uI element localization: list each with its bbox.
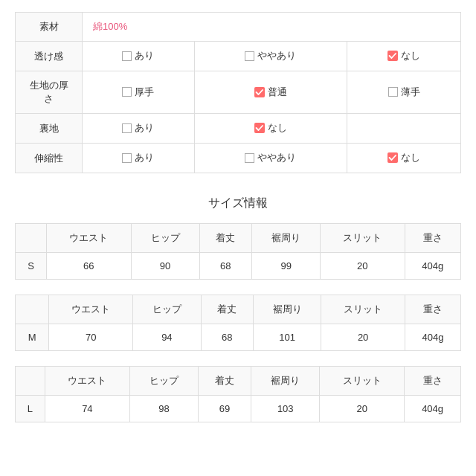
size-header-cell: ウエスト [49, 295, 133, 324]
size-header-cell [16, 367, 45, 396]
property-cell: 普通 [194, 71, 347, 114]
size-label-cell: S [16, 253, 47, 280]
property-label: 裏地 [16, 114, 83, 144]
property-cell: あり [83, 144, 195, 173]
size-value-cell: 90 [131, 253, 199, 280]
checkbox-label: 厚手 [135, 86, 154, 99]
property-cell: あり [83, 114, 195, 144]
size-section: サイズ情報 ウエストヒップ着丈裾周りスリット重さS6690689920404gウ… [15, 196, 461, 422]
property-cell: 厚手 [83, 71, 195, 114]
size-value-cell: 404g [405, 396, 461, 422]
property-cell: ややあり [194, 144, 347, 173]
size-value-cell: 20 [320, 396, 405, 422]
size-header-cell: 重さ [405, 367, 461, 396]
empty-cell [347, 114, 461, 144]
size-value-cell: 74 [45, 396, 129, 422]
size-value-cell: 20 [321, 324, 405, 351]
size-label-cell: M [16, 324, 49, 351]
property-cell: あり [83, 42, 195, 71]
checkbox-label: ややあり [257, 49, 296, 62]
size-table: ウエストヒップ着丈裾周りスリット重さS6690689920404g [15, 223, 461, 280]
properties-table: 素材綿100%透け感ありややあり なし生地の厚さ厚手 普通薄手裏地あり なし伸縮… [15, 12, 461, 173]
checkbox-label: なし [268, 121, 287, 135]
checkbox-label: なし [401, 49, 420, 62]
size-table: ウエストヒップ着丈裾周りスリット重さL74986910320404g [15, 366, 461, 422]
checked-icon [254, 87, 265, 97]
size-header-cell: 裾周り [253, 295, 321, 324]
unchecked-icon [122, 153, 132, 163]
size-header-cell: 裾周り [252, 224, 321, 253]
checkbox-label: あり [135, 121, 154, 135]
property-cell: なし [194, 114, 347, 144]
size-data-row: L74986910320404g [16, 396, 461, 422]
size-value-cell: 68 [201, 324, 253, 351]
size-header-cell: ウエスト [45, 367, 129, 396]
unchecked-icon [122, 51, 132, 61]
checked-icon [387, 51, 398, 61]
property-cell: 薄手 [347, 71, 461, 114]
size-header-row: ウエストヒップ着丈裾周りスリット重さ [16, 224, 461, 253]
unchecked-icon [245, 153, 254, 163]
size-header-cell: スリット [320, 367, 405, 396]
size-header-cell: 着丈 [201, 295, 253, 324]
size-value-cell: 66 [47, 253, 131, 280]
size-data-row: S6690689920404g [16, 253, 461, 280]
size-value-cell: 68 [199, 253, 252, 280]
size-section-title: サイズ情報 [15, 196, 461, 211]
checkbox-label: ややあり [257, 151, 296, 164]
size-header-cell: ウエスト [47, 224, 131, 253]
size-label-cell: L [16, 396, 45, 422]
size-value-cell: 404g [405, 324, 460, 351]
checkbox-label: 普通 [268, 86, 287, 99]
size-header-cell: スリット [321, 224, 405, 253]
size-header-cell: スリット [321, 295, 405, 324]
checkbox-label: あり [135, 49, 154, 62]
size-header-cell: 着丈 [199, 367, 251, 396]
unchecked-icon [245, 51, 254, 61]
size-table: ウエストヒップ着丈裾周りスリット重さM70946810120404g [15, 295, 461, 351]
size-header-cell: 重さ [405, 224, 460, 253]
size-value-cell: 98 [129, 396, 198, 422]
property-row: 伸縮性ありややあり なし [16, 144, 461, 173]
size-value-cell: 70 [49, 324, 133, 351]
size-table-wrapper: ウエストヒップ着丈裾周りスリット重さM70946810120404g [15, 295, 461, 351]
size-header-cell: ヒップ [131, 224, 199, 253]
size-value-cell: 103 [251, 396, 320, 422]
checked-icon [254, 123, 265, 133]
size-header-row: ウエストヒップ着丈裾周りスリット重さ [16, 367, 461, 396]
property-label: 生地の厚さ [16, 71, 83, 114]
size-value-cell: 99 [252, 253, 321, 280]
size-data-row: M70946810120404g [16, 324, 461, 351]
size-value-cell: 404g [405, 253, 460, 280]
size-header-cell: 重さ [405, 295, 460, 324]
checked-icon [387, 152, 398, 163]
property-cell: なし [347, 144, 461, 173]
size-value-cell: 20 [321, 253, 405, 280]
size-table-wrapper: ウエストヒップ着丈裾周りスリット重さL74986910320404g [15, 366, 461, 422]
size-header-cell: 着丈 [199, 224, 252, 253]
unchecked-icon [388, 87, 398, 97]
checkbox-label: あり [135, 151, 154, 164]
property-label: 素材 [16, 13, 83, 42]
size-table-wrapper: ウエストヒップ着丈裾周りスリット重さS6690689920404g [15, 223, 461, 280]
size-header-cell [16, 295, 49, 324]
property-row: 裏地あり なし [16, 114, 461, 144]
unchecked-icon [122, 123, 132, 133]
property-cell: ややあり [194, 42, 347, 71]
size-value-cell: 69 [199, 396, 251, 422]
size-header-cell: ヒップ [133, 295, 201, 324]
property-label: 透け感 [16, 42, 83, 71]
property-label: 伸縮性 [16, 144, 83, 173]
unchecked-icon [122, 87, 132, 97]
checkbox-label: 薄手 [401, 86, 420, 99]
checkbox-label: なし [401, 151, 420, 164]
property-row: 素材綿100% [16, 13, 461, 42]
size-header-row: ウエストヒップ着丈裾周りスリット重さ [16, 295, 461, 324]
property-value: 綿100% [83, 13, 461, 42]
size-value-cell: 94 [133, 324, 201, 351]
property-row: 透け感ありややあり なし [16, 42, 461, 71]
size-header-cell [16, 224, 47, 253]
property-row: 生地の厚さ厚手 普通薄手 [16, 71, 461, 114]
size-header-cell: 裾周り [251, 367, 320, 396]
property-cell: なし [347, 42, 461, 71]
